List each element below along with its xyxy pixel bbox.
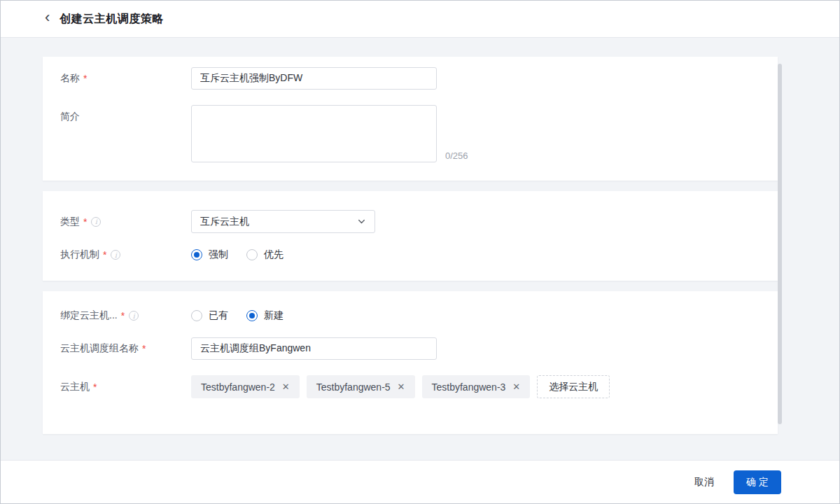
mechanism-radio-group: 强制 优先 (191, 248, 284, 261)
bind-mode-label: 绑定云主机... * i (60, 309, 191, 322)
mechanism-label: 执行机制 * i (60, 248, 191, 261)
radio-label: 优先 (264, 248, 284, 261)
radio-label: 强制 (209, 248, 228, 261)
host-tag-label: Testbyfangwen-5 (316, 382, 391, 393)
mechanism-row: 执行机制 * i 强制 优先 (43, 248, 778, 261)
name-input[interactable] (191, 67, 437, 90)
close-icon[interactable]: ✕ (398, 382, 405, 391)
type-label: 类型 * i (60, 216, 191, 228)
cancel-button[interactable]: 取消 (694, 476, 714, 489)
name-label-text: 名称 (60, 72, 80, 85)
radio-priority[interactable]: 优先 (246, 248, 284, 261)
type-select[interactable]: 互斥云主机 (191, 210, 375, 233)
radio-unselected-icon (191, 310, 202, 321)
required-mark: * (142, 343, 146, 354)
page-header: ‹ 创建云主机调度策略 (1, 1, 839, 38)
host-tag: Testbyfangwen-2 ✕ (191, 375, 300, 398)
required-mark: * (103, 249, 106, 260)
description-label-text: 简介 (60, 111, 80, 123)
type-label-text: 类型 (60, 216, 80, 228)
radio-mandatory[interactable]: 强制 (191, 248, 228, 261)
required-mark: * (83, 73, 87, 84)
back-icon[interactable]: ‹ (45, 10, 50, 25)
vertical-scrollbar[interactable] (778, 64, 782, 424)
app-window: ‹ 创建云主机调度策略 名称 * 简介 0/256 (0, 0, 840, 504)
radio-unselected-icon (246, 249, 258, 260)
radio-selected-icon (246, 310, 258, 321)
host-tag-label: Testbyfangwen-3 (432, 382, 506, 393)
close-icon[interactable]: ✕ (282, 382, 290, 391)
description-label: 简介 (60, 105, 191, 123)
required-mark: * (93, 382, 97, 393)
bind-mode-label-text: 绑定云主机... (60, 309, 118, 322)
description-row: 简介 0/256 (43, 105, 778, 162)
bind-hosts-card: 绑定云主机... * i 已有 新建 云主机调度组名 (43, 291, 778, 434)
description-textarea[interactable] (191, 105, 437, 162)
basic-info-card: 名称 * 简介 0/256 (43, 57, 778, 181)
group-name-label-text: 云主机调度组名称 (60, 342, 139, 355)
description-field: 0/256 (191, 105, 468, 162)
host-tag: Testbyfangwen-5 ✕ (307, 375, 415, 398)
form-content: 名称 * 简介 0/256 类型 * i (1, 38, 839, 461)
chevron-down-icon (357, 217, 366, 226)
host-tag: Testbyfangwen-3 ✕ (422, 375, 531, 398)
bind-mode-radio-group: 已有 新建 (191, 309, 284, 322)
hosts-label: 云主机 * (60, 381, 191, 393)
hosts-row: 云主机 * Testbyfangwen-2 ✕ Testbyfangwen-5 … (43, 375, 778, 398)
select-hosts-button[interactable]: 选择云主机 (537, 375, 610, 398)
radio-selected-icon (191, 249, 202, 260)
host-tags: Testbyfangwen-2 ✕ Testbyfangwen-5 ✕ Test… (191, 375, 610, 398)
info-icon: i (111, 250, 120, 260)
close-icon[interactable]: ✕ (512, 382, 520, 391)
name-row: 名称 * (43, 67, 778, 90)
type-card: 类型 * i 互斥云主机 执行机制 * i (43, 191, 778, 281)
radio-new[interactable]: 新建 (246, 309, 284, 322)
radio-label: 新建 (264, 309, 284, 322)
info-icon: i (91, 217, 101, 227)
radio-label: 已有 (209, 309, 228, 322)
radio-existing[interactable]: 已有 (191, 309, 228, 322)
type-row: 类型 * i 互斥云主机 (43, 210, 778, 233)
char-counter: 0/256 (445, 150, 468, 162)
required-mark: * (121, 310, 125, 321)
footer-action-bar: 取消 确 定 (1, 460, 839, 503)
bind-mode-row: 绑定云主机... * i 已有 新建 (43, 309, 778, 322)
required-mark: * (83, 216, 87, 227)
name-label: 名称 * (60, 72, 191, 85)
group-name-input[interactable] (191, 337, 437, 360)
info-icon: i (129, 311, 139, 321)
confirm-button[interactable]: 确 定 (734, 470, 781, 494)
mechanism-label-text: 执行机制 (60, 248, 99, 261)
group-name-row: 云主机调度组名称 * (43, 337, 778, 360)
host-tag-label: Testbyfangwen-2 (201, 382, 275, 393)
hosts-label-text: 云主机 (60, 381, 90, 393)
group-name-label: 云主机调度组名称 * (60, 342, 191, 355)
page-title: 创建云主机调度策略 (59, 12, 164, 27)
type-select-value: 互斥云主机 (200, 216, 249, 228)
